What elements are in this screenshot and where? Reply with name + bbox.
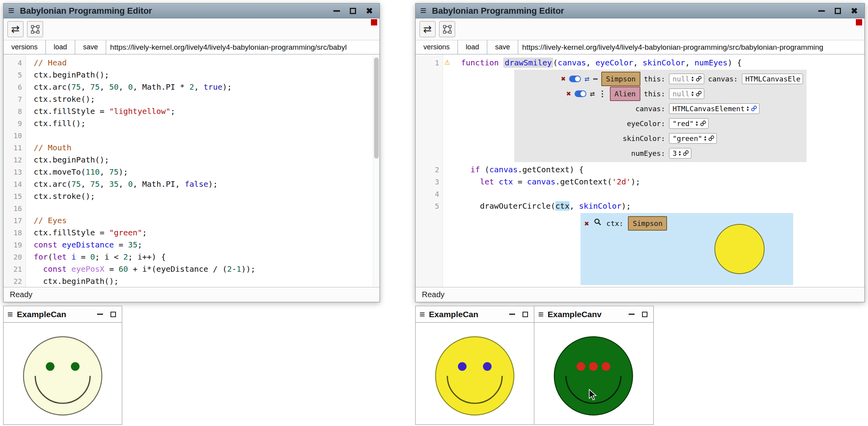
code-line[interactable]: 14ctx.arc(75, 75, 35, 0, Math.PI, false)… xyxy=(4,178,380,190)
link-icon[interactable] xyxy=(683,150,689,156)
code-line[interactable]: 4 xyxy=(416,188,864,200)
canvas-surface[interactable] xyxy=(534,323,653,424)
code-line[interactable]: 18ctx.fillStyle = "green"; xyxy=(4,227,380,239)
menu-icon[interactable]: ≡ xyxy=(8,5,14,16)
delete-example-button[interactable]: ✖ xyxy=(566,90,571,97)
save-button[interactable]: save xyxy=(487,40,518,54)
url-field[interactable]: https://lively-kernel.org/lively4/lively… xyxy=(106,40,380,54)
delete-example-button[interactable]: ✖ xyxy=(561,75,566,83)
menu-icon[interactable]: ≡ xyxy=(420,5,427,16)
more-options-icon[interactable]: ⋮ xyxy=(599,90,606,97)
param-value-input[interactable]: HTMLCanvasElement ▲▼ xyxy=(669,103,760,114)
menu-icon[interactable]: ≡ xyxy=(538,310,544,319)
link-icon[interactable] xyxy=(708,135,714,141)
param-value-input[interactable]: 3 ▲▼ xyxy=(669,148,691,159)
code-line[interactable]: 10 xyxy=(4,130,380,142)
line-number: 17 xyxy=(4,215,26,227)
code-line[interactable]: 4// Head xyxy=(4,57,380,69)
menu-icon[interactable]: ≡ xyxy=(7,310,13,319)
titlebar[interactable]: ≡ Babylonian Programming Editor ✖ xyxy=(416,4,864,18)
minimize-button[interactable] xyxy=(331,5,342,16)
code-editor[interactable]: 4// Head5ctx.beginPath();6ctx.arc(75, 75… xyxy=(4,54,380,287)
line-number: 22 xyxy=(4,275,26,287)
load-button[interactable]: load xyxy=(458,40,487,54)
code-line[interactable]: 16 xyxy=(4,202,380,215)
scrollbar[interactable] xyxy=(373,54,380,287)
maximize-button[interactable] xyxy=(108,310,118,319)
close-button[interactable]: ✖ xyxy=(364,5,375,16)
link-icon[interactable] xyxy=(696,76,702,82)
example-badge-alien[interactable]: Alien xyxy=(610,87,640,101)
code-line[interactable]: 7ctx.stroke(); xyxy=(4,93,380,105)
menu-icon[interactable]: ≡ xyxy=(420,310,425,319)
magnifier-icon[interactable] xyxy=(594,217,602,229)
param-value-input[interactable]: "red" ▲▼ xyxy=(669,118,709,129)
code-line[interactable]: 8ctx.fillStyle = "lightyellow"; xyxy=(4,105,380,117)
code-editor[interactable]: ⚠ 1function drawSmiley(canvas, eyeColor,… xyxy=(416,54,864,287)
minimize-button[interactable] xyxy=(507,310,517,319)
select-region-button[interactable] xyxy=(439,21,455,37)
canvas-surface[interactable] xyxy=(416,323,534,424)
code-line[interactable]: 3 let ctx = canvas.getContext('2d'); xyxy=(416,176,864,188)
scrollbar-thumb[interactable] xyxy=(374,58,379,159)
code-line[interactable]: 11// Mouth xyxy=(4,142,380,154)
maximize-button[interactable] xyxy=(521,310,530,319)
versions-button[interactable]: versions xyxy=(4,40,46,54)
maximize-button[interactable] xyxy=(832,5,843,16)
example-toggle[interactable] xyxy=(575,90,586,97)
swap-view-button[interactable]: ⇄ xyxy=(7,21,24,37)
code-line[interactable]: 9ctx.fill(); xyxy=(4,117,380,130)
versions-button[interactable]: versions xyxy=(416,40,458,54)
titlebar[interactable]: ≡ Babylonian Programming Editor ✖ xyxy=(4,4,380,18)
code-line[interactable]: 20for(let i = 0; i < 2; i++) { xyxy=(4,251,380,263)
select-region-button[interactable] xyxy=(27,21,43,37)
code-line[interactable]: 13ctx.moveTo(110, 75); xyxy=(4,166,380,178)
maximize-button[interactable] xyxy=(347,5,358,16)
code-line[interactable]: 1function drawSmiley(canvas, eyeColor, s… xyxy=(416,57,864,69)
example-toggle[interactable] xyxy=(569,76,581,82)
swap-view-button[interactable]: ⇄ xyxy=(420,21,436,37)
swap-icon[interactable]: ⇄ xyxy=(584,75,590,83)
stepper-icon[interactable]: ▲▼ xyxy=(679,150,681,156)
titlebar[interactable]: ≡ ExampleCan xyxy=(4,306,122,323)
more-options-icon[interactable]: ⋯ xyxy=(593,75,598,83)
stepper-icon[interactable]: ▲▼ xyxy=(704,135,706,141)
example-badge-simpson[interactable]: Simpson xyxy=(601,72,640,86)
link-icon-active[interactable] xyxy=(751,105,757,112)
code-line[interactable]: 22 ctx.beginPath(); xyxy=(4,275,380,287)
code-line[interactable]: 17// Eyes xyxy=(4,215,380,227)
url-field[interactable]: https://lively-kernel.org/lively4/lively… xyxy=(518,40,864,54)
save-button[interactable]: save xyxy=(75,40,106,54)
code-line[interactable]: 12ctx.beginPath(); xyxy=(4,154,380,166)
minimize-button[interactable] xyxy=(627,310,636,319)
canvas-value-input[interactable]: HTMLCanvasEle xyxy=(742,74,803,84)
canvas-surface[interactable] xyxy=(4,323,122,424)
link-icon[interactable] xyxy=(696,90,702,97)
probe-example-badge[interactable]: Simpson xyxy=(628,216,667,231)
minimize-button[interactable] xyxy=(816,5,827,16)
swap-icon[interactable]: ⇄ xyxy=(590,90,595,98)
code-line[interactable]: 6ctx.arc(75, 75, 50, 0, Math.PI * 2, tru… xyxy=(4,81,380,93)
maximize-button[interactable] xyxy=(640,310,649,319)
code-line[interactable]: 21 const eyePosX = 60 + i*(eyeDistance /… xyxy=(4,263,380,275)
this-value-input[interactable]: null ▲▼ xyxy=(669,88,704,99)
code-line[interactable]: 2 if (canvas.getContext) { xyxy=(416,164,864,176)
stepper-icon[interactable]: ▲▼ xyxy=(696,120,698,126)
code-line[interactable]: 15ctx.stroke(); xyxy=(4,190,380,202)
code-line[interactable]: 5ctx.beginPath(); xyxy=(4,69,380,81)
param-value-input[interactable]: "green" ▲▼ xyxy=(669,133,717,144)
titlebar[interactable]: ≡ ExampleCan xyxy=(416,306,534,323)
titlebar[interactable]: ≡ ExampleCanv xyxy=(534,306,653,323)
close-button[interactable]: ✖ xyxy=(849,5,860,16)
code-line[interactable]: 19const eyeDistance = 35; xyxy=(4,239,380,251)
code-line[interactable]: 5 drawOuterCircle(ctx, skinColor); xyxy=(416,200,864,212)
minimize-button[interactable] xyxy=(95,310,105,319)
load-button[interactable]: load xyxy=(46,40,75,54)
this-value-input[interactable]: null ▲▼ xyxy=(669,74,704,84)
link-icon[interactable] xyxy=(700,120,706,126)
stepper-icon[interactable]: ▲▼ xyxy=(691,90,693,97)
delete-probe-button[interactable]: ✖ xyxy=(584,220,589,227)
stepper-icon[interactable]: ▲▼ xyxy=(691,76,693,82)
stepper-icon[interactable]: ▲▼ xyxy=(747,105,749,112)
code-text: ctx.beginPath(); xyxy=(26,69,109,81)
